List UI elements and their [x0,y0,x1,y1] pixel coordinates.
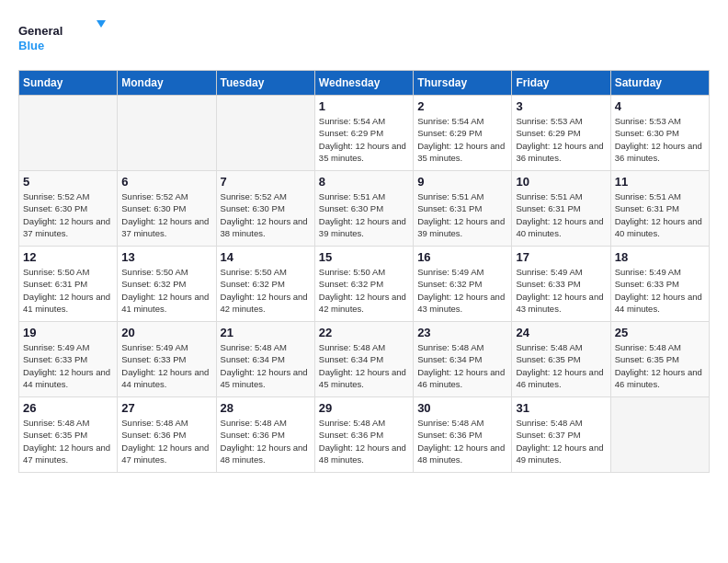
day-info: Sunrise: 5:49 AM Sunset: 6:33 PM Dayligh… [615,266,705,315]
sunrise-text: Sunrise: 5:52 AM [221,191,287,201]
calendar-cell: 21 Sunrise: 5:48 AM Sunset: 6:34 PM Dayl… [216,322,314,397]
calendar-cell: 12 Sunrise: 5:50 AM Sunset: 6:31 PM Dayl… [19,247,118,322]
calendar-cell: 15 Sunrise: 5:50 AM Sunset: 6:32 PM Dayl… [314,247,413,322]
day-info: Sunrise: 5:51 AM Sunset: 6:31 PM Dayligh… [516,190,606,239]
daylight-text: Daylight: 12 hours and 45 minutes. [221,367,308,389]
sunrise-text: Sunrise: 5:48 AM [221,342,287,352]
sunrise-text: Sunrise: 5:53 AM [516,116,582,126]
daylight-text: Daylight: 12 hours and 44 minutes. [615,292,702,314]
calendar-cell: 27 Sunrise: 5:48 AM Sunset: 6:36 PM Dayl… [118,397,216,473]
daylight-text: Daylight: 12 hours and 48 minutes. [221,442,308,465]
day-number: 7 [221,175,311,189]
sunset-text: Sunset: 6:29 PM [319,128,383,138]
daylight-text: Daylight: 12 hours and 41 minutes. [23,292,110,314]
day-number: 20 [121,326,211,339]
sunset-text: Sunset: 6:37 PM [516,430,580,440]
weekday-header-wednesday: Wednesday [314,71,413,96]
daylight-text: Daylight: 12 hours and 36 minutes. [516,141,603,163]
sunrise-text: Sunrise: 5:48 AM [417,418,483,428]
sunset-text: Sunset: 6:31 PM [417,203,482,213]
sunset-text: Sunset: 6:30 PM [23,203,87,213]
day-number: 26 [23,401,113,415]
day-number: 22 [319,326,409,339]
daylight-text: Daylight: 12 hours and 47 minutes. [121,442,209,465]
daylight-text: Daylight: 12 hours and 37 minutes. [23,216,110,238]
day-info: Sunrise: 5:48 AM Sunset: 6:36 PM Dayligh… [319,417,409,465]
day-info: Sunrise: 5:48 AM Sunset: 6:36 PM Dayligh… [221,417,311,465]
day-info: Sunrise: 5:48 AM Sunset: 6:34 PM Dayligh… [417,341,507,390]
day-info: Sunrise: 5:49 AM Sunset: 6:33 PM Dayligh… [516,266,606,315]
calendar-week-4: 19 Sunrise: 5:49 AM Sunset: 6:33 PM Dayl… [19,322,710,397]
daylight-text: Daylight: 12 hours and 39 minutes. [319,216,406,238]
day-number: 17 [516,250,606,264]
daylight-text: Daylight: 12 hours and 45 minutes. [319,367,406,389]
sunrise-text: Sunrise: 5:54 AM [417,116,483,126]
day-info: Sunrise: 5:52 AM Sunset: 6:30 PM Dayligh… [121,190,211,239]
sunset-text: Sunset: 6:36 PM [319,430,383,440]
sunset-text: Sunset: 6:35 PM [615,354,679,364]
calendar-body: 1 Sunrise: 5:54 AM Sunset: 6:29 PM Dayli… [19,96,710,473]
calendar-header: SundayMondayTuesdayWednesdayThursdayFrid… [19,71,710,96]
day-info: Sunrise: 5:48 AM Sunset: 6:36 PM Dayligh… [121,417,211,465]
calendar-cell: 6 Sunrise: 5:52 AM Sunset: 6:30 PM Dayli… [118,171,216,247]
calendar-cell [610,397,709,473]
calendar-cell: 22 Sunrise: 5:48 AM Sunset: 6:34 PM Dayl… [314,322,413,397]
day-number: 27 [121,401,211,415]
calendar-week-1: 1 Sunrise: 5:54 AM Sunset: 6:29 PM Dayli… [19,96,710,171]
header: General Blue [18,18,710,55]
day-number: 19 [23,326,113,339]
day-info: Sunrise: 5:53 AM Sunset: 6:30 PM Dayligh… [615,115,705,164]
calendar-cell [19,96,118,171]
day-number: 2 [417,99,507,113]
sunrise-text: Sunrise: 5:49 AM [23,342,89,352]
day-info: Sunrise: 5:48 AM Sunset: 6:34 PM Dayligh… [319,341,409,390]
sunrise-text: Sunrise: 5:49 AM [121,342,188,352]
calendar-cell: 13 Sunrise: 5:50 AM Sunset: 6:32 PM Dayl… [118,247,216,322]
sunset-text: Sunset: 6:31 PM [615,203,679,213]
daylight-text: Daylight: 12 hours and 40 minutes. [615,216,702,238]
day-number: 10 [516,175,606,189]
sunset-text: Sunset: 6:32 PM [121,279,186,289]
weekday-header-row: SundayMondayTuesdayWednesdayThursdayFrid… [19,71,710,96]
day-number: 25 [615,326,705,339]
calendar-week-5: 26 Sunrise: 5:48 AM Sunset: 6:35 PM Dayl… [19,397,710,473]
day-number: 9 [417,175,507,189]
sunset-text: Sunset: 6:33 PM [121,354,186,364]
sunset-text: Sunset: 6:34 PM [417,354,482,364]
calendar-cell: 28 Sunrise: 5:48 AM Sunset: 6:36 PM Dayl… [216,397,314,473]
daylight-text: Daylight: 12 hours and 38 minutes. [221,216,308,238]
calendar-cell: 23 Sunrise: 5:48 AM Sunset: 6:34 PM Dayl… [414,322,512,397]
logo-svg: General Blue [18,18,110,55]
day-info: Sunrise: 5:48 AM Sunset: 6:37 PM Dayligh… [516,417,606,465]
daylight-text: Daylight: 12 hours and 47 minutes. [23,442,110,465]
day-number: 29 [319,401,409,415]
sunrise-text: Sunrise: 5:51 AM [615,191,681,201]
daylight-text: Daylight: 12 hours and 41 minutes. [121,292,209,314]
sunrise-text: Sunrise: 5:51 AM [516,191,582,201]
sunset-text: Sunset: 6:31 PM [23,279,87,289]
daylight-text: Daylight: 12 hours and 42 minutes. [319,292,406,314]
calendar-table: SundayMondayTuesdayWednesdayThursdayFrid… [18,70,710,473]
sunrise-text: Sunrise: 5:48 AM [23,418,89,428]
day-number: 6 [121,175,211,189]
calendar-cell: 17 Sunrise: 5:49 AM Sunset: 6:33 PM Dayl… [512,247,610,322]
sunrise-text: Sunrise: 5:50 AM [23,267,89,277]
sunset-text: Sunset: 6:34 PM [319,354,383,364]
calendar-cell: 25 Sunrise: 5:48 AM Sunset: 6:35 PM Dayl… [610,322,709,397]
svg-text:General: General [18,24,63,38]
sunset-text: Sunset: 6:33 PM [516,279,580,289]
sunrise-text: Sunrise: 5:49 AM [516,267,582,277]
daylight-text: Daylight: 12 hours and 44 minutes. [121,367,209,389]
day-number: 13 [121,250,211,264]
day-info: Sunrise: 5:48 AM Sunset: 6:35 PM Dayligh… [516,341,606,390]
day-info: Sunrise: 5:51 AM Sunset: 6:31 PM Dayligh… [417,190,507,239]
calendar-cell: 1 Sunrise: 5:54 AM Sunset: 6:29 PM Dayli… [314,96,413,171]
sunrise-text: Sunrise: 5:50 AM [319,267,385,277]
daylight-text: Daylight: 12 hours and 43 minutes. [417,292,505,314]
daylight-text: Daylight: 12 hours and 40 minutes. [516,216,603,238]
sunrise-text: Sunrise: 5:48 AM [615,342,681,352]
day-number: 11 [615,175,705,189]
sunrise-text: Sunrise: 5:49 AM [417,267,483,277]
sunset-text: Sunset: 6:33 PM [23,354,87,364]
calendar-week-3: 12 Sunrise: 5:50 AM Sunset: 6:31 PM Dayl… [19,247,710,322]
